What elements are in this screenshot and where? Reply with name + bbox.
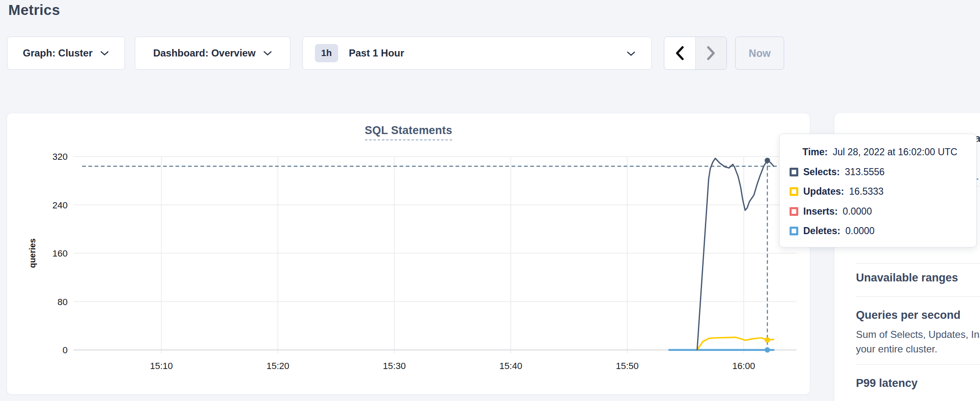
updates-legend-swatch-icon bbox=[790, 187, 798, 196]
time-window-pager bbox=[664, 37, 727, 70]
now-button-label: Now bbox=[749, 47, 771, 59]
sidebar-item-p99-latency: P99 latency bbox=[856, 377, 918, 390]
sidebar-item-queries-per-second: Queries per second bbox=[856, 309, 960, 322]
y-tick-label-80: 80 bbox=[58, 297, 68, 307]
sidebar-item-unavailable-ranges: Unavailable ranges bbox=[856, 271, 958, 284]
x-tick-label-15-10: 15:10 bbox=[150, 361, 173, 371]
y-tick-label-0: 0 bbox=[63, 345, 68, 355]
deletes-legend-swatch-icon bbox=[790, 227, 798, 235]
graph-scope-dropdown[interactable]: Graph: Cluster bbox=[7, 37, 125, 70]
time-range-label: Past 1 Hour bbox=[349, 47, 404, 59]
x-tick-label-15-50: 15:50 bbox=[616, 361, 639, 371]
tooltip-time-row: Time: Jul 28, 2022 at 16:02:00 UTC bbox=[802, 147, 957, 158]
x-tick-label-15-40: 15:40 bbox=[500, 361, 522, 371]
tooltip-time-label: Time: bbox=[802, 147, 828, 158]
chevron-down-icon bbox=[627, 51, 636, 56]
x-tick-label-15-30: 15:30 bbox=[383, 361, 406, 371]
x-tick-label-15-20: 15:20 bbox=[266, 361, 289, 371]
selects-legend-swatch-icon bbox=[790, 168, 798, 176]
time-range-dropdown[interactable]: 1h Past 1 Hour bbox=[302, 37, 652, 70]
time-range-badge: 1h bbox=[315, 44, 338, 62]
hover-dot-selects bbox=[765, 158, 770, 163]
hover-dot-updates bbox=[765, 337, 770, 342]
y-tick-label-240: 240 bbox=[52, 200, 68, 210]
sql-statements-chart-card: SQL Statements queries 15:1015:2015:3015… bbox=[7, 113, 810, 394]
tooltip-row-inserts: Inserts: 0.0000 bbox=[790, 206, 872, 217]
sidebar-divider bbox=[856, 263, 980, 264]
chevron-right-icon bbox=[706, 46, 716, 61]
sidebar-divider bbox=[856, 296, 980, 297]
metrics-page: { "page": { "title": "Metrics" }, "toolb… bbox=[0, 0, 980, 401]
chevron-down-icon bbox=[100, 51, 109, 56]
dashboard-dropdown[interactable]: Dashboard: Overview bbox=[135, 37, 290, 70]
now-button[interactable]: Now bbox=[735, 37, 784, 70]
tooltip-row-deletes: Deletes: 0.0000 bbox=[790, 225, 875, 237]
page-title: Metrics bbox=[8, 2, 60, 18]
hover-dot-deletes bbox=[765, 347, 770, 353]
previous-time-window-button[interactable] bbox=[664, 37, 695, 69]
graph-scope-label: Graph: Cluster bbox=[23, 47, 93, 59]
sidebar-divider bbox=[856, 364, 980, 365]
sql-statements-plot[interactable]: 15:1015:2015:3015:4015:5016:000801602403… bbox=[7, 113, 810, 394]
inserts-legend-swatch-icon bbox=[790, 207, 798, 216]
dashboard-label: Dashboard: Overview bbox=[153, 47, 256, 59]
y-tick-label-160: 160 bbox=[52, 248, 68, 259]
tooltip-row-updates: Updates: 16.5333 bbox=[790, 186, 884, 197]
chevron-down-icon bbox=[263, 51, 272, 56]
series-line-selects bbox=[697, 158, 773, 350]
x-tick-label-16-00: 16:00 bbox=[732, 361, 755, 371]
chart-hover-tooltip: Time: Jul 28, 2022 at 16:02:00 UTC Selec… bbox=[779, 134, 977, 247]
next-time-window-button[interactable] bbox=[695, 37, 727, 69]
queries-per-second-description: Sum of Selects, Updates, Inserts and Del… bbox=[856, 327, 980, 356]
series-line-updates bbox=[697, 337, 773, 350]
tooltip-time-value: Jul 28, 2022 at 16:02:00 UTC bbox=[833, 147, 957, 158]
chevron-left-icon bbox=[675, 46, 685, 61]
tooltip-row-selects: Selects: 313.5556 bbox=[790, 166, 885, 178]
y-tick-label-320: 320 bbox=[52, 152, 68, 162]
